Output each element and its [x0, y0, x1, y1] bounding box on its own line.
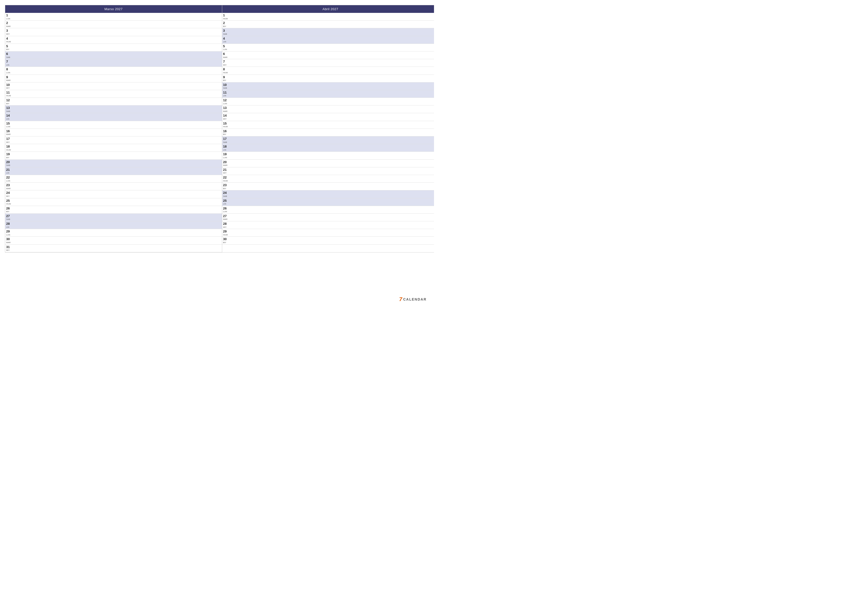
day-row[interactable]: 8LUN: [5, 67, 222, 75]
day-row[interactable]: 6SAB: [5, 51, 222, 59]
day-name: BIY: [223, 133, 229, 136]
day-row[interactable]: 9BIY: [222, 75, 434, 82]
day-row[interactable]: 19LUN: [222, 152, 434, 159]
day-cell: 28LIN: [6, 222, 12, 228]
day-row[interactable]: 16BIY: [222, 129, 434, 137]
day-number: 30: [223, 237, 229, 241]
day-row[interactable]: 4HUW: [5, 36, 222, 44]
day-row[interactable]: 12BIY: [5, 98, 222, 106]
day-row[interactable]: 7MIY: [222, 59, 434, 67]
day-name: MAR: [223, 218, 229, 221]
day-row[interactable]: 15HUW: [222, 121, 434, 129]
day-name: BIY: [223, 187, 229, 190]
day-row[interactable]: 20MAR: [222, 160, 434, 167]
day-row[interactable]: 25HUW: [5, 198, 222, 206]
day-row[interactable]: 22LUN: [5, 175, 222, 183]
day-name: LUN: [223, 103, 229, 105]
day-name: MIY: [6, 87, 12, 89]
day-row[interactable]: 19BIY: [5, 152, 222, 159]
day-row[interactable]: 24SAB: [222, 190, 434, 198]
day-name: BIY: [6, 48, 12, 51]
day-number: 26: [223, 207, 229, 210]
day-row[interactable]: 4LIN: [222, 36, 434, 44]
day-number: 12: [6, 98, 12, 102]
day-row[interactable]: 27SAB: [5, 214, 222, 221]
day-row[interactable]: 3MIY: [5, 28, 222, 36]
day-name: HUW: [223, 180, 229, 182]
day-number: 31: [6, 245, 12, 249]
day-row[interactable]: 17SAB: [222, 137, 434, 144]
day-row[interactable]: 28MIY: [222, 221, 434, 229]
day-row[interactable]: 18HUW: [5, 144, 222, 152]
day-row[interactable]: 2BIY: [222, 20, 434, 28]
day-row[interactable]: 7LIN: [5, 59, 222, 67]
day-row[interactable]: 5LUN: [222, 44, 434, 51]
day-row[interactable]: 30MAR: [5, 237, 222, 244]
day-number: 9: [6, 75, 12, 79]
day-cell: 19BIY: [6, 152, 12, 159]
day-number: 19: [223, 152, 229, 156]
day-row[interactable]: 31MIY: [5, 245, 222, 252]
day-row[interactable]: 13SAB: [5, 106, 222, 113]
day-row[interactable]: 28LIN: [5, 221, 222, 229]
day-row[interactable]: 24MIY: [5, 190, 222, 198]
day-row[interactable]: 9MAR: [5, 75, 222, 82]
day-row[interactable]: 23BIY: [222, 183, 434, 190]
day-number: 23: [6, 183, 12, 187]
day-cell: 27SAB: [6, 214, 12, 221]
day-row[interactable]: 10MIY: [5, 82, 222, 90]
day-cell: 24SAB: [223, 191, 229, 197]
day-row[interactable]: 29LUN: [5, 229, 222, 237]
day-name: MIY: [6, 141, 12, 144]
day-name: BIY: [6, 103, 12, 105]
day-number: 1: [6, 13, 12, 17]
day-name: MAR: [223, 110, 229, 113]
day-row[interactable]: 10SAB: [222, 82, 434, 90]
day-row[interactable]: 12LUN: [222, 98, 434, 106]
day-row[interactable]: 25LIN: [222, 198, 434, 206]
day-row[interactable]: 14MIY: [222, 113, 434, 121]
day-row[interactable]: 29HUW: [222, 229, 434, 237]
day-name: MIY: [6, 249, 12, 252]
day-row[interactable]: 26BIY: [5, 206, 222, 214]
day-number: 25: [223, 199, 229, 203]
day-row[interactable]: 27MAR: [222, 214, 434, 221]
day-number: 24: [223, 191, 229, 195]
day-row[interactable]: 18LIN: [222, 144, 434, 152]
day-cell: 23MAR: [6, 183, 12, 190]
day-row[interactable]: 21MIY: [222, 167, 434, 175]
day-cell: 11LIN: [223, 91, 229, 97]
day-row[interactable]: 8HUW: [222, 67, 434, 75]
day-row[interactable]: 26LUN: [222, 206, 434, 214]
day-row[interactable]: 14LIN: [5, 113, 222, 121]
day-row[interactable]: 17MIY: [5, 137, 222, 144]
day-row[interactable]: 1LUN: [5, 13, 222, 20]
day-row[interactable]: 13MAR: [222, 106, 434, 113]
day-row[interactable]: 6MAR: [222, 51, 434, 59]
day-cell: 30MAR: [6, 237, 12, 244]
day-row[interactable]: 11LIN: [222, 90, 434, 98]
day-row[interactable]: 16MAR: [5, 129, 222, 137]
day-cell: 17SAB: [223, 137, 229, 143]
day-name: LUN: [6, 234, 12, 236]
day-row[interactable]: 3SAB: [222, 28, 434, 36]
day-row[interactable]: 5BIY: [5, 44, 222, 51]
day-number: 4: [223, 37, 229, 40]
day-row[interactable]: 22HUW: [222, 175, 434, 183]
day-row[interactable]: 30BIY: [222, 237, 434, 244]
day-row[interactable]: 15LUN: [5, 121, 222, 129]
day-row[interactable]: 1HUW: [222, 13, 434, 20]
day-row[interactable]: 21LIN: [5, 167, 222, 175]
day-number: 18: [223, 145, 229, 149]
day-name: SAB: [223, 141, 229, 144]
day-cell: 1HUW: [223, 13, 229, 20]
day-number: 2: [223, 21, 229, 25]
day-row[interactable]: 23MAR: [5, 183, 222, 190]
day-number: 22: [223, 176, 229, 179]
day-cell: 9MAR: [6, 75, 12, 82]
day-row[interactable]: 2MAR: [5, 20, 222, 28]
day-number: 27: [6, 214, 12, 218]
day-row[interactable]: 11HUW: [5, 90, 222, 98]
day-cell: 2MAR: [6, 21, 12, 28]
day-row[interactable]: 20SAB: [5, 160, 222, 167]
